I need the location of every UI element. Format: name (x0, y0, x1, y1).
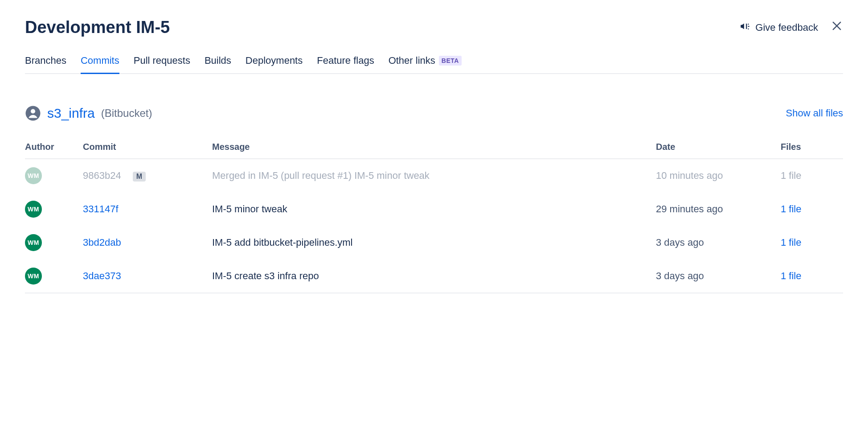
tab-label: Feature flags (317, 55, 374, 66)
tab-feature-flags[interactable]: Feature flags (317, 55, 374, 74)
commit-hash-link[interactable]: 3bd2dab (83, 237, 121, 248)
show-all-files-link[interactable]: Show all files (786, 107, 843, 119)
avatar: WM (25, 201, 42, 218)
tab-label: Branches (25, 55, 66, 66)
col-date: Date (656, 137, 781, 159)
close-icon (831, 20, 843, 35)
tab-commits[interactable]: Commits (81, 55, 119, 74)
person-icon (25, 105, 41, 121)
tab-builds[interactable]: Builds (205, 55, 231, 74)
tab-label: Commits (81, 55, 119, 66)
commits-table: Author Commit Message Date Files WM 9863… (25, 137, 843, 293)
tab-deployments[interactable]: Deployments (246, 55, 303, 74)
repo-source: (Bitbucket) (101, 107, 152, 120)
tab-label: Other links (389, 55, 435, 66)
col-commit: Commit (83, 137, 212, 159)
commit-message: IM-5 minor tweak (212, 193, 656, 226)
col-author: Author (25, 137, 83, 159)
header-actions: Give feedback (739, 20, 843, 35)
tab-branches[interactable]: Branches (25, 55, 66, 74)
modal-header: Development IM-5 Give feedback (25, 18, 843, 37)
tab-label: Pull requests (134, 55, 190, 66)
repo-name-link[interactable]: s3_infra (47, 106, 95, 121)
tab-label: Builds (205, 55, 231, 66)
files-link[interactable]: 1 file (781, 270, 801, 281)
table-row: WM 9863b24 M Merged in IM-5 (pull reques… (25, 159, 843, 193)
files-link[interactable]: 1 file (781, 237, 801, 248)
give-feedback-label: Give feedback (755, 22, 818, 33)
col-message: Message (212, 137, 656, 159)
commit-hash-link[interactable]: 9863b24 (83, 170, 121, 181)
commit-hash-link[interactable]: 3dae373 (83, 270, 121, 281)
tab-bar: Branches Commits Pull requests Builds De… (25, 55, 843, 74)
beta-badge: BETA (439, 56, 462, 66)
commit-date: 10 minutes ago (656, 159, 781, 193)
svg-point-1 (31, 109, 35, 113)
table-row: WM 3dae373 IM-5 create s3 infra repo 3 d… (25, 260, 843, 293)
commit-message: IM-5 create s3 infra repo (212, 260, 656, 293)
commit-date: 29 minutes ago (656, 193, 781, 226)
commit-hash-link[interactable]: 331147f (83, 203, 119, 215)
megaphone-icon (739, 21, 751, 35)
commit-message: IM-5 add bitbucket-pipelines.yml (212, 226, 656, 260)
avatar: WM (25, 167, 42, 184)
avatar: WM (25, 268, 42, 285)
give-feedback-button[interactable]: Give feedback (739, 21, 818, 35)
commit-message: Merged in IM-5 (pull request #1) IM-5 mi… (212, 159, 656, 193)
tab-other-links[interactable]: Other links BETA (389, 55, 462, 74)
table-header-row: Author Commit Message Date Files (25, 137, 843, 159)
files-link[interactable]: 1 file (781, 170, 801, 181)
tab-label: Deployments (246, 55, 303, 66)
tab-pull-requests[interactable]: Pull requests (134, 55, 190, 74)
close-button[interactable] (831, 20, 843, 35)
repo-left: s3_infra (Bitbucket) (25, 105, 152, 121)
table-row: WM 3bd2dab IM-5 add bitbucket-pipelines.… (25, 226, 843, 260)
table-row: WM 331147f IM-5 minor tweak 29 minutes a… (25, 193, 843, 226)
avatar: WM (25, 234, 42, 251)
commit-date: 3 days ago (656, 226, 781, 260)
col-files: Files (781, 137, 843, 159)
page-title: Development IM-5 (25, 18, 170, 37)
repo-header: s3_infra (Bitbucket) Show all files (25, 105, 843, 121)
files-link[interactable]: 1 file (781, 203, 801, 215)
merge-badge: M (133, 172, 146, 182)
commit-date: 3 days ago (656, 260, 781, 293)
